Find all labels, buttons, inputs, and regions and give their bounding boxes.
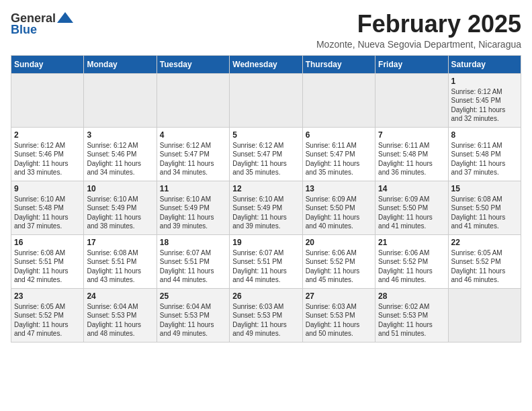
- calendar-day-cell: 1Sunrise: 6:12 AM Sunset: 5:45 PM Daylig…: [448, 73, 521, 127]
- calendar-week-row: 16Sunrise: 6:08 AM Sunset: 5:51 PM Dayli…: [11, 234, 521, 288]
- day-info: Sunrise: 6:11 AM Sunset: 5:47 PM Dayligh…: [306, 141, 372, 177]
- calendar-day-cell: [230, 73, 302, 127]
- svg-marker-0: [57, 12, 73, 23]
- day-info: Sunrise: 6:07 AM Sunset: 5:51 PM Dayligh…: [232, 248, 299, 285]
- calendar-day-cell: 10Sunrise: 6:10 AM Sunset: 5:49 PM Dayli…: [84, 181, 157, 234]
- day-info: Sunrise: 6:05 AM Sunset: 5:52 PM Dayligh…: [451, 248, 518, 285]
- day-info: Sunrise: 6:08 AM Sunset: 5:51 PM Dayligh…: [14, 248, 81, 285]
- calendar-day-cell: 9Sunrise: 6:10 AM Sunset: 5:48 PM Daylig…: [11, 181, 84, 234]
- day-number: 23: [14, 291, 81, 301]
- calendar-day-cell: 11Sunrise: 6:10 AM Sunset: 5:49 PM Dayli…: [157, 181, 229, 234]
- day-info: Sunrise: 6:10 AM Sunset: 5:49 PM Dayligh…: [87, 195, 153, 231]
- weekday-header: Thursday: [302, 55, 375, 73]
- weekday-header: Friday: [375, 55, 448, 73]
- day-info: Sunrise: 6:08 AM Sunset: 5:50 PM Dayligh…: [451, 195, 518, 231]
- calendar-day-cell: 25Sunrise: 6:04 AM Sunset: 5:53 PM Dayli…: [157, 288, 229, 342]
- calendar-day-cell: 23Sunrise: 6:05 AM Sunset: 5:52 PM Dayli…: [11, 288, 84, 342]
- calendar-day-cell: 6Sunrise: 6:11 AM Sunset: 5:47 PM Daylig…: [302, 127, 375, 181]
- day-number: 18: [160, 238, 226, 247]
- day-info: Sunrise: 6:03 AM Sunset: 5:53 PM Dayligh…: [306, 302, 372, 338]
- day-number: 7: [378, 130, 445, 140]
- month-title: February 2025: [316, 11, 521, 38]
- calendar-day-cell: [157, 73, 229, 127]
- calendar-day-cell: 18Sunrise: 6:07 AM Sunset: 5:51 PM Dayli…: [157, 234, 229, 288]
- calendar-day-cell: 22Sunrise: 6:05 AM Sunset: 5:52 PM Dayli…: [448, 234, 521, 288]
- day-info: Sunrise: 6:03 AM Sunset: 5:53 PM Dayligh…: [232, 302, 299, 338]
- day-number: 22: [451, 238, 518, 247]
- day-number: 12: [232, 184, 299, 193]
- day-number: 8: [451, 130, 518, 140]
- day-info: Sunrise: 6:04 AM Sunset: 5:53 PM Dayligh…: [160, 302, 226, 338]
- day-info: Sunrise: 6:10 AM Sunset: 5:49 PM Dayligh…: [232, 195, 299, 231]
- day-number: 3: [87, 130, 153, 140]
- day-number: 6: [306, 130, 372, 140]
- calendar-day-cell: 28Sunrise: 6:02 AM Sunset: 5:53 PM Dayli…: [375, 288, 448, 342]
- day-number: 19: [232, 238, 299, 247]
- day-info: Sunrise: 6:11 AM Sunset: 5:48 PM Dayligh…: [451, 141, 518, 177]
- day-info: Sunrise: 6:02 AM Sunset: 5:53 PM Dayligh…: [378, 302, 445, 338]
- day-info: Sunrise: 6:07 AM Sunset: 5:51 PM Dayligh…: [160, 248, 226, 285]
- calendar-day-cell: 27Sunrise: 6:03 AM Sunset: 5:53 PM Dayli…: [302, 288, 375, 342]
- day-number: 5: [232, 130, 299, 140]
- day-number: 13: [306, 184, 372, 193]
- calendar-table: SundayMondayTuesdayWednesdayThursdayFrid…: [11, 55, 521, 342]
- calendar-day-cell: 14Sunrise: 6:09 AM Sunset: 5:50 PM Dayli…: [375, 181, 448, 234]
- day-number: 11: [160, 184, 226, 193]
- calendar-day-cell: [84, 73, 157, 127]
- day-number: 9: [14, 184, 81, 193]
- weekday-header: Wednesday: [230, 55, 302, 73]
- day-info: Sunrise: 6:12 AM Sunset: 5:46 PM Dayligh…: [14, 141, 81, 177]
- day-number: 24: [87, 291, 153, 301]
- day-number: 1: [451, 77, 518, 86]
- day-number: 28: [378, 291, 445, 301]
- day-number: 17: [87, 238, 153, 247]
- day-info: Sunrise: 6:09 AM Sunset: 5:50 PM Dayligh…: [306, 195, 372, 231]
- calendar-day-cell: 19Sunrise: 6:07 AM Sunset: 5:51 PM Dayli…: [230, 234, 302, 288]
- day-info: Sunrise: 6:12 AM Sunset: 5:47 PM Dayligh…: [232, 141, 299, 177]
- calendar-day-cell: 4Sunrise: 6:12 AM Sunset: 5:47 PM Daylig…: [157, 127, 229, 181]
- day-info: Sunrise: 6:10 AM Sunset: 5:49 PM Dayligh…: [160, 195, 226, 231]
- calendar-week-row: 9Sunrise: 6:10 AM Sunset: 5:48 PM Daylig…: [11, 181, 521, 234]
- calendar-day-cell: [302, 73, 375, 127]
- logo-icon: [56, 11, 75, 26]
- day-info: Sunrise: 6:04 AM Sunset: 5:53 PM Dayligh…: [87, 302, 153, 338]
- calendar-week-row: 23Sunrise: 6:05 AM Sunset: 5:52 PM Dayli…: [11, 288, 521, 342]
- weekday-header: Saturday: [448, 55, 521, 73]
- day-info: Sunrise: 6:06 AM Sunset: 5:52 PM Dayligh…: [378, 248, 445, 285]
- calendar-day-cell: 20Sunrise: 6:06 AM Sunset: 5:52 PM Dayli…: [302, 234, 375, 288]
- calendar-day-cell: 16Sunrise: 6:08 AM Sunset: 5:51 PM Dayli…: [11, 234, 84, 288]
- day-number: 4: [160, 130, 226, 140]
- day-number: 16: [14, 238, 81, 247]
- calendar-day-cell: [375, 73, 448, 127]
- day-number: 14: [378, 184, 445, 193]
- day-number: 27: [306, 291, 372, 301]
- day-number: 10: [87, 184, 153, 193]
- weekday-header: Monday: [84, 55, 157, 73]
- calendar-day-cell: 26Sunrise: 6:03 AM Sunset: 5:53 PM Dayli…: [230, 288, 302, 342]
- page-header: General Blue February 2025 Mozonte, Nuev…: [11, 11, 521, 50]
- calendar-day-cell: 8Sunrise: 6:11 AM Sunset: 5:48 PM Daylig…: [448, 127, 521, 181]
- day-number: 2: [14, 130, 81, 140]
- day-number: 20: [306, 238, 372, 247]
- calendar-day-cell: 15Sunrise: 6:08 AM Sunset: 5:50 PM Dayli…: [448, 181, 521, 234]
- calendar-week-row: 1Sunrise: 6:12 AM Sunset: 5:45 PM Daylig…: [11, 73, 521, 127]
- location-text: Mozonte, Nueva Segovia Department, Nicar…: [316, 39, 521, 50]
- calendar-day-cell: 2Sunrise: 6:12 AM Sunset: 5:46 PM Daylig…: [11, 127, 84, 181]
- calendar-day-cell: 5Sunrise: 6:12 AM Sunset: 5:47 PM Daylig…: [230, 127, 302, 181]
- calendar-day-cell: 7Sunrise: 6:11 AM Sunset: 5:48 PM Daylig…: [375, 127, 448, 181]
- day-info: Sunrise: 6:06 AM Sunset: 5:52 PM Dayligh…: [306, 248, 372, 285]
- day-info: Sunrise: 6:05 AM Sunset: 5:52 PM Dayligh…: [14, 302, 81, 338]
- day-info: Sunrise: 6:11 AM Sunset: 5:48 PM Dayligh…: [378, 141, 445, 177]
- weekday-header-row: SundayMondayTuesdayWednesdayThursdayFrid…: [11, 55, 521, 73]
- calendar-day-cell: 17Sunrise: 6:08 AM Sunset: 5:51 PM Dayli…: [84, 234, 157, 288]
- day-number: 21: [378, 238, 445, 247]
- day-info: Sunrise: 6:12 AM Sunset: 5:45 PM Dayligh…: [451, 87, 518, 124]
- calendar-day-cell: 21Sunrise: 6:06 AM Sunset: 5:52 PM Dayli…: [375, 234, 448, 288]
- day-info: Sunrise: 6:12 AM Sunset: 5:46 PM Dayligh…: [87, 141, 153, 177]
- day-number: 25: [160, 291, 226, 301]
- calendar-day-cell: 12Sunrise: 6:10 AM Sunset: 5:49 PM Dayli…: [230, 181, 302, 234]
- logo-blue-text: Blue: [11, 23, 37, 37]
- day-info: Sunrise: 6:10 AM Sunset: 5:48 PM Dayligh…: [14, 195, 81, 231]
- calendar-day-cell: 13Sunrise: 6:09 AM Sunset: 5:50 PM Dayli…: [302, 181, 375, 234]
- day-number: 15: [451, 184, 518, 193]
